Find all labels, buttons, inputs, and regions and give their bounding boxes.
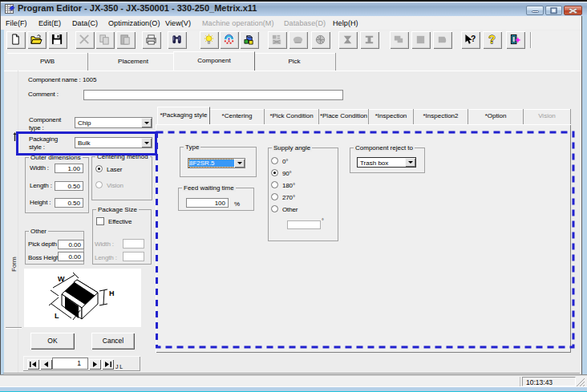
- svg-text:?: ?: [471, 34, 476, 43]
- svg-text:W: W: [58, 275, 65, 283]
- svg-text:?: ?: [488, 34, 496, 46]
- svg-text:H: H: [109, 289, 115, 297]
- svg-text:L: L: [55, 312, 59, 320]
